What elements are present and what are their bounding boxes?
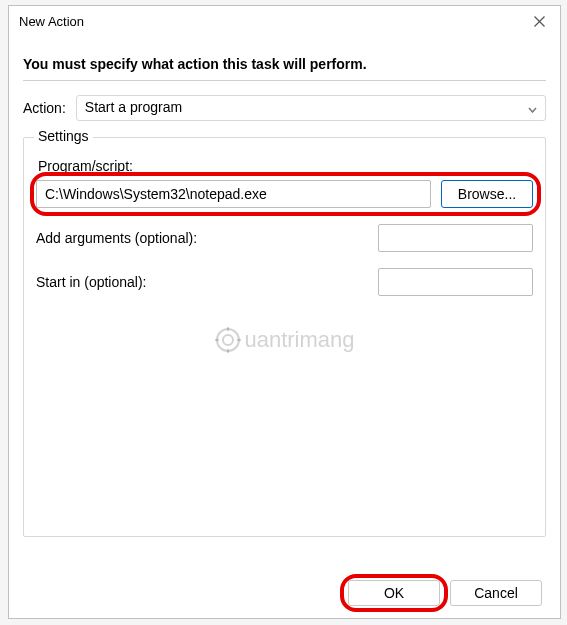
action-row: Action: Start a program xyxy=(23,95,546,121)
chevron-down-icon xyxy=(528,100,537,116)
divider xyxy=(23,80,546,81)
cancel-button-label: Cancel xyxy=(474,585,518,601)
action-dropdown-value: Start a program xyxy=(85,99,182,115)
browse-button-label: Browse... xyxy=(458,186,516,202)
watermark-logo-icon xyxy=(214,327,240,353)
ok-button[interactable]: OK xyxy=(348,580,440,606)
svg-point-3 xyxy=(222,335,232,345)
ok-button-label: OK xyxy=(384,585,404,601)
watermark: uantrimang xyxy=(214,327,354,353)
browse-button[interactable]: Browse... xyxy=(441,180,533,208)
ok-button-wrap: OK xyxy=(348,580,440,606)
add-arguments-row: Add arguments (optional): xyxy=(36,224,533,252)
close-icon xyxy=(534,16,545,27)
close-button[interactable] xyxy=(526,8,552,34)
action-label: Action: xyxy=(23,100,66,116)
cancel-button[interactable]: Cancel xyxy=(450,580,542,606)
add-arguments-input[interactable] xyxy=(378,224,533,252)
start-in-label: Start in (optional): xyxy=(36,274,147,290)
program-script-row: Browse... xyxy=(36,180,533,208)
dialog-content: You must specify what action this task w… xyxy=(9,36,560,618)
dialog-buttons: OK Cancel xyxy=(23,570,546,606)
action-dropdown[interactable]: Start a program xyxy=(76,95,546,121)
add-arguments-label: Add arguments (optional): xyxy=(36,230,197,246)
settings-group: Settings Program/script: Browse... Add a… xyxy=(23,137,546,537)
svg-point-2 xyxy=(216,329,238,351)
start-in-input[interactable] xyxy=(378,268,533,296)
watermark-text: uantrimang xyxy=(244,327,354,353)
new-action-dialog: New Action You must specify what action … xyxy=(8,5,561,619)
program-script-label: Program/script: xyxy=(38,158,533,174)
window-title: New Action xyxy=(19,14,526,29)
titlebar: New Action xyxy=(9,6,560,36)
program-script-input[interactable] xyxy=(36,180,431,208)
instruction-text: You must specify what action this task w… xyxy=(23,56,546,72)
settings-legend: Settings xyxy=(34,128,93,144)
start-in-row: Start in (optional): xyxy=(36,268,533,296)
